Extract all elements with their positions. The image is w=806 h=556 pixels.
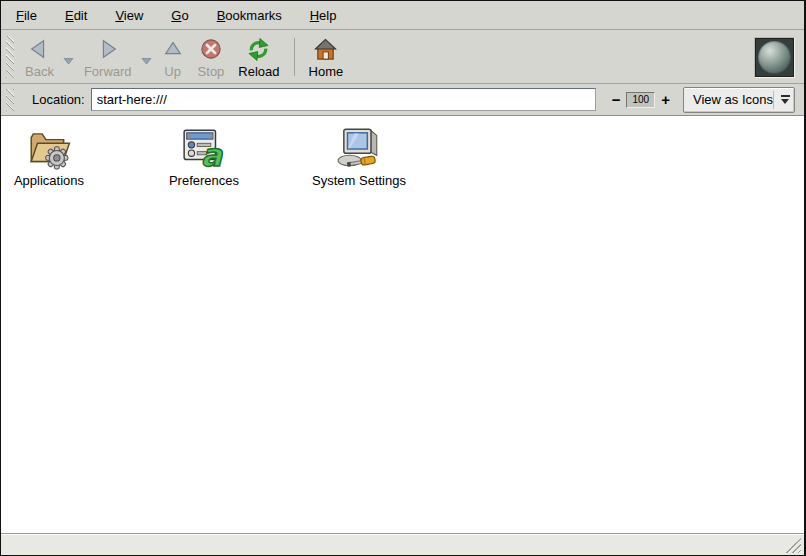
resize-grip-icon[interactable] xyxy=(784,538,801,553)
throbber-sphere-icon xyxy=(758,41,791,74)
reload-button[interactable]: Reload xyxy=(231,33,286,80)
back-label: Back xyxy=(25,64,54,79)
forward-dropdown-button[interactable] xyxy=(139,33,155,69)
reload-label: Reload xyxy=(238,64,279,79)
chevron-down-icon xyxy=(63,51,74,69)
zoom-in-button[interactable]: + xyxy=(658,91,673,108)
up-button[interactable]: Up xyxy=(155,33,191,80)
location-input[interactable] xyxy=(91,88,596,111)
icon-system-settings[interactable]: System Settings xyxy=(311,124,407,188)
menu-bar: File Edit View Go Bookmarks Help xyxy=(1,1,804,30)
throbber xyxy=(754,37,795,78)
toolbar: Back Forward Up xyxy=(1,30,804,84)
back-dropdown-button[interactable] xyxy=(61,33,77,69)
menu-go[interactable]: Go xyxy=(168,6,191,25)
menu-bookmarks[interactable]: Bookmarks xyxy=(214,6,285,25)
preferences-icon: a xyxy=(181,124,227,170)
view-as-selector[interactable]: View as Icons xyxy=(683,87,795,113)
forward-button[interactable]: Forward xyxy=(77,33,139,80)
combo-arrow-icon xyxy=(773,91,790,109)
forward-label: Forward xyxy=(84,64,132,79)
stop-icon xyxy=(200,35,222,63)
location-label: Location: xyxy=(32,92,85,107)
applications-folder-icon xyxy=(26,124,72,170)
back-arrow-icon xyxy=(28,35,50,63)
stop-label: Stop xyxy=(198,64,225,79)
location-bar: Location: − 100 + View as Icons xyxy=(1,84,804,116)
icon-view: Applications a Preferences xyxy=(1,116,804,534)
toolbar-separator xyxy=(294,38,295,76)
file-manager-window: File Edit View Go Bookmarks Help Back Fo… xyxy=(0,0,806,556)
stop-button[interactable]: Stop xyxy=(191,33,232,80)
up-label: Up xyxy=(164,64,181,79)
home-icon xyxy=(314,35,337,63)
forward-arrow-icon xyxy=(97,35,119,63)
icon-label: Preferences xyxy=(169,173,239,188)
icon-applications[interactable]: Applications xyxy=(1,124,97,188)
up-arrow-icon xyxy=(162,35,184,63)
menu-view[interactable]: View xyxy=(112,6,146,25)
icon-label: System Settings xyxy=(312,173,406,188)
icon-label: Applications xyxy=(14,173,84,188)
zoom-level-indicator: 100 xyxy=(626,92,655,108)
svg-text:a: a xyxy=(201,137,224,170)
menu-help[interactable]: Help xyxy=(307,6,340,25)
toolbar-grip-handle[interactable] xyxy=(6,36,14,78)
icon-preferences[interactable]: a Preferences xyxy=(156,124,252,188)
locationbar-grip-handle[interactable] xyxy=(6,89,14,111)
menu-file[interactable]: File xyxy=(13,6,40,25)
view-as-value: View as Icons xyxy=(693,92,773,107)
back-button[interactable]: Back xyxy=(18,33,61,80)
home-button[interactable]: Home xyxy=(302,33,351,80)
menu-edit[interactable]: Edit xyxy=(62,6,90,25)
home-label: Home xyxy=(309,64,344,79)
chevron-down-icon xyxy=(141,51,152,69)
zoom-out-button[interactable]: − xyxy=(609,91,624,108)
status-bar xyxy=(1,534,804,555)
system-settings-icon xyxy=(336,124,382,170)
reload-icon xyxy=(246,35,271,63)
